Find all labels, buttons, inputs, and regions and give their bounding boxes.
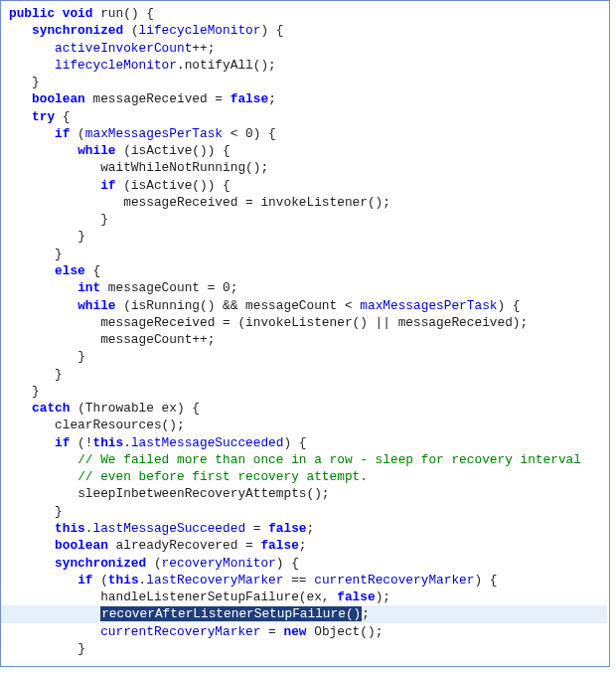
line-11: if (isActive()) { [100,178,231,193]
keyword: new [283,624,306,639]
line-16: else { [55,263,100,278]
keyword: boolean [32,91,85,106]
text: ) { [474,573,497,588]
line-10: waitWhileNotRunning(); [100,160,268,175]
keyword: void [63,6,93,21]
keyword: synchronized [55,556,146,571]
text: == [283,573,314,588]
text: < 0) { [223,126,276,141]
keyword: if [55,435,70,450]
line-26: if (!this.lastMessageSucceeded) { [55,435,306,450]
comment: // We failed more than once in a row - s… [77,452,581,467]
text: ; [268,91,276,106]
keyword: this [55,521,85,536]
identifier: lifecycleMonitor [55,58,177,73]
text: (isRunning() && messageCount < [116,298,361,313]
text: . [123,435,131,450]
line-14: } [77,229,85,244]
identifier: lastRecoveryMarker [146,573,283,588]
identifier: maxMessagesPerTask [85,126,223,141]
keyword: try [32,109,55,124]
comment: // even before first recovery attempt. [77,469,368,484]
text: ) { [498,298,521,313]
text: ; [362,606,370,621]
line-1: public void run() { [9,6,154,21]
text: ( [146,556,161,571]
text: ( [123,23,138,38]
line-23: } [32,384,40,399]
text: (isActive()) { [116,143,231,158]
keyword: false [231,91,268,106]
text: ); [376,589,390,604]
keyword: if [55,126,70,141]
keyword: else [55,263,85,278]
text: run() { [92,6,153,21]
line-22: } [55,367,63,382]
text: { [55,109,70,124]
line-38: } [77,641,85,656]
text: (Throwable ex) { [70,401,200,416]
line-3: activeInvokerCount++; [55,41,215,56]
text: alreadyRecovered = [108,538,261,553]
text: (! [70,435,92,450]
line-29: sleepInbetweenRecoveryAttempts(); [77,486,329,501]
keyword: if [77,573,92,588]
keyword: catch [32,401,70,416]
line-20: messageCount++; [100,332,215,347]
identifier: maxMessagesPerTask [360,298,497,313]
text: ; [299,538,307,553]
text: .notifyAll(); [177,58,276,73]
text: ) { [260,23,283,38]
line-13: } [100,212,108,227]
selected-text: recoverAfterListenerSetupFailure() [100,606,362,621]
line-31: this.lastMessageSucceeded = false; [55,521,314,536]
identifier: lastMessageSucceeded [92,521,245,536]
text: = [260,624,283,639]
line-30: } [55,504,63,519]
text: ( [92,573,107,588]
line-21: } [77,349,85,364]
line-19: messageReceived = (invokeListener() || m… [100,315,528,330]
keyword: false [337,589,375,604]
text: handleListenerSetupFailure(ex, [100,589,337,604]
highlighted-line: recoverAfterListenerSetupFailure(); [1,605,607,622]
line-33: synchronized (recoveryMonitor) { [55,556,299,571]
line-18: while (isRunning() && messageCount < max… [77,298,520,313]
line-25: clearResources(); [55,418,185,432]
text: ) { [283,435,306,450]
text: (isActive()) { [116,178,231,193]
keyword: boolean [55,538,108,553]
line-4: lifecycleMonitor.notifyAll(); [55,58,276,73]
line-35: handleListenerSetupFailure(ex, false); [100,589,390,604]
keyword: if [100,178,115,193]
text: messageReceived = [85,91,231,106]
identifier: recoveryMonitor [162,556,276,571]
line-37: currentRecoveryMarker = new Object(); [100,624,383,639]
line-34: if (this.lastRecoveryMarker == currentRe… [77,573,497,588]
line-15: } [55,247,63,261]
keyword: this [92,435,123,450]
keyword: public [9,6,55,21]
keyword: int [77,280,100,295]
text: = [245,521,268,536]
line-5: } [32,75,40,89]
identifier: lifecycleMonitor [139,23,261,38]
identifier: currentRecoveryMarker [100,624,260,639]
line-8: if (maxMessagesPerTask < 0) { [55,126,276,141]
text: Object(); [307,624,384,639]
text: ( [70,126,84,141]
line-2: synchronized (lifecycleMonitor) { [32,23,283,38]
line-17: int messageCount = 0; [77,280,237,295]
identifier: lastMessageSucceeded [131,435,284,450]
line-24: catch (Throwable ex) { [32,401,200,416]
text: ; [307,521,315,536]
keyword: false [260,538,298,553]
line-12: messageReceived = invokeListener(); [123,195,390,210]
text: ++; [192,41,215,56]
text: ) { [276,556,299,571]
identifier: currentRecoveryMarker [314,573,474,588]
keyword: this [108,573,139,588]
line-9: while (isActive()) { [77,143,231,158]
text: { [85,263,100,278]
line-32: boolean alreadyRecovered = false; [55,538,306,553]
